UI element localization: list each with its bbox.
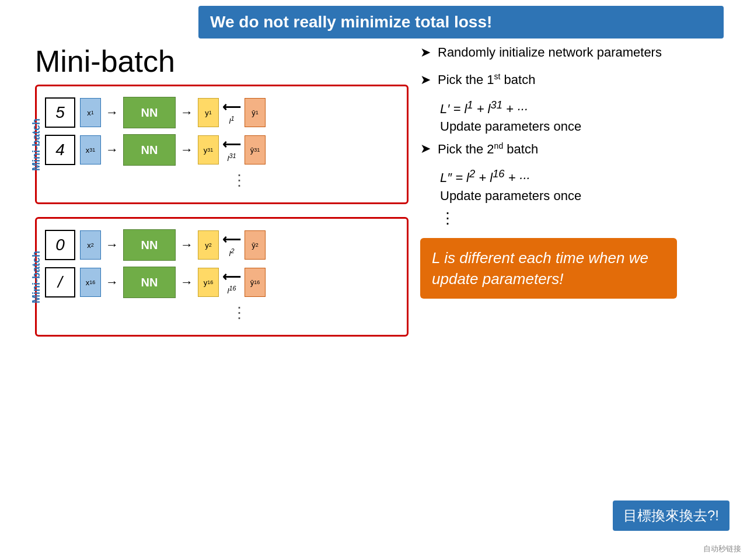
arrow3: → (106, 142, 118, 158)
batch1-box: Mini-batch 5 x1 → NN → y1 ⟵ l1 ŷ1 4 x31 … (35, 85, 409, 204)
output-node-y31: y31 (198, 135, 219, 164)
double-arrow4: ⟵ (222, 270, 241, 285)
right-content: ➤ Randomly initialize network parameters… (420, 44, 729, 299)
watermark: 自动秒链接 (703, 544, 741, 554)
loss2-container: ⟵ l2 (222, 232, 241, 258)
bullet-arrow-1: ➤ (420, 45, 431, 60)
arrow2: → (180, 105, 193, 120)
bullet-item-2: ➤ Pick the 1st batch (420, 71, 729, 89)
orange-box-text: L is different each time when we update … (432, 249, 648, 288)
yhat-node31: ŷ31 (245, 135, 266, 164)
output-node-y16: y16 (198, 268, 219, 297)
nn-box4: NN (123, 267, 176, 298)
arrow4: → (180, 142, 193, 158)
b2-pick-text: Pick the 1st batch (438, 72, 535, 87)
orange-box: L is different each time when we update … (420, 238, 677, 299)
arrow1: → (106, 105, 118, 120)
bullet-arrow-3: ➤ (420, 141, 431, 156)
digit3: 0 (45, 230, 75, 260)
batch2-row2: / x16 → NN → y16 ⟵ l16 ŷ16 (45, 267, 399, 298)
nn-box3: NN (123, 229, 176, 261)
chinese-box: 目標換來換去?! (613, 501, 729, 531)
input-node-x31: x31 (80, 135, 101, 164)
chinese-box-text: 目標換來換去?! (623, 508, 719, 523)
bullet-arrow-2: ➤ (420, 72, 431, 88)
arrow7: → (106, 275, 118, 290)
sub-content-2: L′ = l1 + l31 + ··· Update parameters on… (440, 99, 729, 134)
batch2-row1: 0 x2 → NN → y2 ⟵ l2 ŷ2 (45, 229, 399, 261)
double-arrow2: ⟵ (222, 137, 241, 152)
dots2: ⋮ (45, 304, 399, 322)
yhat-node2: ŷ2 (245, 230, 266, 260)
sub-content-3: L″ = l2 + l16 + ··· Update parameters on… (440, 167, 729, 203)
loss31-container: ⟵ l31 (222, 137, 241, 163)
bullet-item-1: ➤ Randomly initialize network parameters (420, 44, 729, 62)
header-banner: We do not really minimize total loss! (198, 6, 724, 38)
bullet-text-1: Randomly initialize network parameters (438, 44, 662, 62)
batch1-row1: 5 x1 → NN → y1 ⟵ l1 ŷ1 (45, 97, 399, 128)
bullet-item-3: ➤ Pick the 2nd batch (420, 140, 729, 158)
diagrams-area: Mini-batch 5 x1 → NN → y1 ⟵ l1 ŷ1 4 x31 … (35, 85, 409, 548)
arrow5: → (106, 237, 118, 253)
dots1: ⋮ (45, 172, 399, 190)
loss1-label: l1 (229, 115, 235, 125)
b3-math: L″ = l2 + l16 + ··· (440, 167, 729, 186)
loss16-container: ⟵ l16 (222, 270, 241, 295)
double-arrow1: ⟵ (222, 100, 241, 115)
loss16-label: l16 (228, 285, 236, 295)
digit1: 5 (45, 97, 75, 128)
bullet-text-2: Pick the 1st batch (438, 71, 535, 89)
yhat-node16: ŷ16 (245, 268, 266, 297)
batch1-row2: 4 x31 → NN → y31 ⟵ l31 ŷ31 (45, 134, 399, 166)
loss31-label: l31 (228, 152, 236, 163)
bullet-text-3: Pick the 2nd batch (438, 140, 538, 158)
arrow6: → (180, 237, 193, 253)
arrow8: → (180, 275, 193, 290)
page-title: Mini-batch (35, 44, 175, 79)
loss2-label: l2 (229, 247, 235, 258)
yhat-node1: ŷ1 (245, 98, 266, 127)
b2-update: Update parameters once (440, 119, 729, 134)
output-node-y2: y2 (198, 230, 219, 260)
batch2-box: Mini-batch 0 x2 → NN → y2 ⟵ l2 ŷ2 / x16 … (35, 217, 409, 337)
batch2-label: Mini-batch (30, 251, 43, 303)
input-node-x2: x2 (80, 230, 101, 260)
header-text: We do not really minimize total loss! (210, 13, 492, 31)
b3-update: Update parameters once (440, 188, 729, 204)
input-node-x16: x16 (80, 268, 101, 297)
dots-separator: ⋮ (420, 209, 729, 228)
b1-main-text: Randomly initialize network parameters (438, 45, 662, 60)
b3-pick-text: Pick the 2nd batch (438, 142, 538, 156)
nn-box1: NN (123, 97, 176, 128)
digit2: 4 (45, 135, 75, 165)
digit4: / (45, 267, 75, 298)
output-node-y1: y1 (198, 98, 219, 127)
loss1-container: ⟵ l1 (222, 100, 241, 125)
double-arrow3: ⟵ (222, 232, 241, 247)
b2-math: L′ = l1 + l31 + ··· (440, 99, 729, 117)
input-node-x1: x1 (80, 98, 101, 127)
batch1-label: Mini-batch (30, 118, 43, 171)
nn-box2: NN (123, 134, 176, 166)
bullet-list: ➤ Randomly initialize network parameters… (420, 44, 729, 204)
